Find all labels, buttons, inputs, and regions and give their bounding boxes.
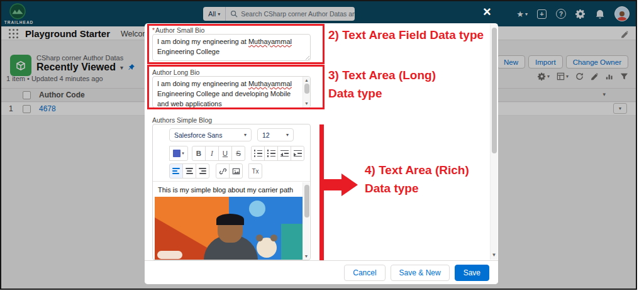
annotation-note-3: 3) Text Area (Long) Data type [328,67,454,102]
underline-button[interactable]: U [218,146,232,161]
chevron-down-icon: ▾ [182,151,184,156]
app-window: TRAILHEAD All ▾ ★ ▾ + ? [0,0,637,290]
editor-scrollbar: ▼ [303,182,309,259]
scroll-down-icon[interactable]: ▼ [303,254,309,258]
image-person-hair [216,214,244,225]
clear-format-button[interactable]: Tx [248,163,262,179]
font-size-value: 12 [262,131,270,139]
cancel-button[interactable]: Cancel [344,265,385,281]
annotation-arrow-shaft [324,179,341,190]
scrollbar-thumb[interactable] [492,28,497,153]
align-right-icon [199,168,206,174]
annotation-note-2: 2) Text Area Field Data type [328,26,487,45]
insert-image-button[interactable] [229,163,243,179]
save-new-button[interactable]: Save & New [391,265,450,281]
annotation-note-4: 4) Text Area (Rich) Data type [365,162,498,197]
numbered-list-button[interactable] [264,146,278,161]
scrollbar-thumb[interactable] [304,185,309,218]
indent-icon [294,150,302,157]
blog-image[interactable] [155,197,303,260]
rich-text-content[interactable]: This is my simple blog about my carrier … [153,181,310,260]
text-color-button[interactable]: ▾ [169,146,188,161]
insert-link-button[interactable] [216,163,230,179]
annotation-vertical-line [319,124,324,260]
align-center-icon [186,168,193,174]
text-color-icon [173,150,180,157]
align-right-button[interactable] [196,163,209,179]
blog-text: This is my simple blog about my carrier … [158,186,293,194]
font-family-select[interactable]: Salesforce Sans ▾ [169,128,252,141]
annotation-box-small-bio [147,24,325,64]
image-mascot [257,238,277,258]
modal-close-button[interactable]: × [483,5,491,19]
indent-button[interactable] [291,146,304,161]
close-icon: × [483,4,491,19]
link-icon [219,167,227,175]
align-center-button[interactable] [182,163,196,179]
chevron-down-icon: ▾ [244,132,247,138]
modal-footer: Cancel Save & New Save [145,260,498,284]
image-teal-block [281,224,303,260]
font-size-select[interactable]: 12 ▾ [257,128,294,141]
numbered-list-icon [267,150,275,157]
bullet-list-icon [254,150,262,157]
annotation-box-long-bio [147,65,325,109]
rich-text-editor: Salesforce Sans ▾ 12 ▾ ▾ B I U S [152,124,311,260]
scroll-down-icon[interactable]: ▼ [491,252,497,258]
chevron-down-icon: ▾ [286,132,289,138]
bold-button[interactable]: B [192,146,206,161]
rich-blog-label: Authors Simple Blog [152,116,212,124]
save-button[interactable]: Save [455,265,489,281]
font-family-value: Salesforce Sans [174,131,222,139]
italic-button[interactable]: I [205,146,219,161]
align-left-icon [172,168,180,174]
annotation-arrow-head [341,174,358,196]
image-cloud [157,251,182,259]
image-icon [232,167,240,175]
strikethrough-button[interactable]: S [231,146,245,161]
bullet-list-button[interactable] [251,146,265,161]
outdent-button[interactable] [277,146,291,161]
outdent-icon [280,150,289,157]
modal-scrollbar: ▼ [490,24,497,260]
image-circle [249,201,265,217]
align-left-button[interactable] [169,163,183,179]
